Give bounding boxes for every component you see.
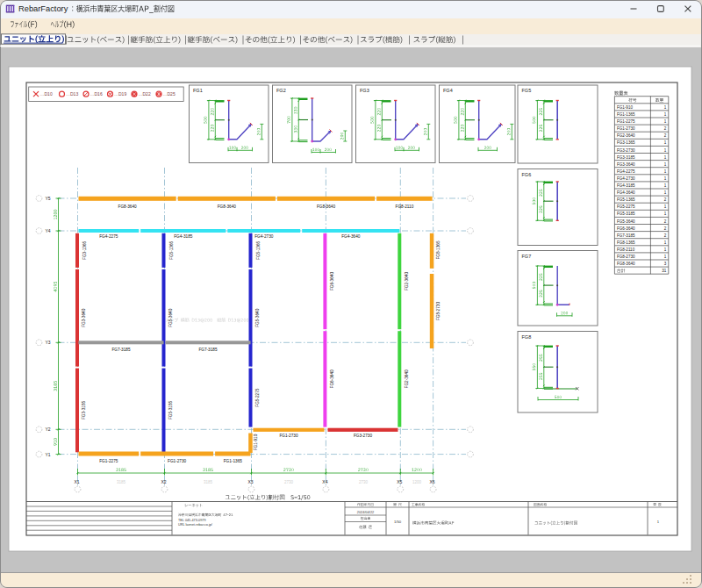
svg-text:1: 1	[664, 119, 667, 124]
svg-text:2: 2	[664, 126, 667, 131]
svg-text:FG4-2730: FG4-2730	[617, 176, 635, 181]
svg-text:3185: 3185	[204, 480, 213, 484]
svg-text:X5: X5	[397, 479, 402, 484]
svg-text:2024/04/22: 2024/04/22	[357, 510, 374, 514]
svg-text:2: 2	[664, 219, 667, 224]
svg-text:FG5-3640: FG5-3640	[168, 308, 173, 326]
svg-text:FG4: FG4	[443, 88, 453, 93]
svg-text:1: 1	[664, 240, 667, 245]
svg-text:FG2: FG2	[276, 88, 286, 93]
svg-text:…D22: …D22	[139, 91, 151, 97]
svg-text:FG3-1365: FG3-1365	[617, 140, 635, 145]
svg-text:FG8-2110: FG8-2110	[396, 204, 414, 209]
svg-text:FG5-1365: FG5-1365	[169, 240, 174, 259]
svg-text:FG3-3185: FG3-3185	[82, 401, 86, 419]
svg-text:FG5-3185: FG5-3185	[617, 212, 635, 216]
svg-text:…D16: …D16	[90, 91, 103, 97]
svg-text:FG8-1365: FG8-1365	[436, 240, 441, 259]
svg-text:RebarFactory: RebarFactory	[18, 4, 68, 13]
svg-text:…D13: …D13	[66, 91, 78, 97]
svg-text:FG4-2275: FG4-2275	[99, 234, 118, 239]
svg-text:3185: 3185	[117, 480, 126, 484]
svg-text:2: 2	[664, 233, 667, 238]
svg-text:FG5-3185: FG5-3185	[168, 401, 173, 419]
svg-text:FG8-3640: FG8-3640	[617, 262, 635, 266]
svg-text:FG8-2730: FG8-2730	[436, 302, 441, 320]
svg-text:FG3-3185: FG3-3185	[617, 155, 635, 160]
svg-text:1: 1	[664, 204, 667, 209]
svg-text:1/50: 1/50	[394, 520, 402, 524]
svg-text:FG5: FG5	[522, 88, 532, 93]
svg-text:FG8-1365: FG8-1365	[617, 240, 635, 245]
svg-text:FG1: FG1	[193, 88, 203, 93]
svg-text:FG1-2730: FG1-2730	[617, 126, 635, 131]
svg-text:31: 31	[662, 269, 667, 273]
svg-text:FG6-3640: FG6-3640	[330, 369, 334, 388]
svg-text:1: 1	[664, 169, 667, 174]
svg-text:FG1-2730: FG1-2730	[279, 434, 297, 438]
svg-text:FG3: FG3	[360, 88, 369, 93]
svg-text:X2: X2	[161, 479, 166, 484]
svg-text:1: 1	[664, 183, 667, 188]
svg-text:2730: 2730	[284, 480, 294, 484]
svg-text:FG8-3640: FG8-3640	[118, 204, 137, 209]
svg-text:X3: X3	[247, 479, 253, 484]
svg-text:…D25: …D25	[163, 91, 176, 97]
svg-text:FG8-3640: FG8-3640	[317, 204, 335, 209]
svg-text:2: 2	[664, 226, 667, 231]
svg-text:FG2-3640: FG2-3640	[405, 272, 409, 290]
svg-text:FG2-3640: FG2-3640	[617, 133, 635, 138]
svg-text:TEL 045-473-0979: TEL 045-473-0979	[178, 519, 206, 522]
svg-text:FG8-2730: FG8-2730	[617, 255, 635, 259]
svg-text:FG4-2730: FG4-2730	[254, 234, 273, 239]
svg-text:FG5-2275: FG5-2275	[256, 388, 261, 406]
svg-text:FG4-3185: FG4-3185	[617, 183, 635, 188]
svg-text:FG3-1365: FG3-1365	[82, 240, 87, 259]
svg-text:X6: X6	[430, 479, 435, 484]
svg-text:FG5-1365: FG5-1365	[617, 197, 635, 202]
svg-text:FG4-3640: FG4-3640	[341, 234, 360, 239]
svg-text:FG1-1365: FG1-1365	[617, 112, 635, 117]
svg-text:2730: 2730	[359, 480, 369, 484]
svg-text:FG4-2275: FG4-2275	[617, 169, 635, 174]
svg-text:FG1-910: FG1-910	[254, 434, 258, 450]
svg-text:1: 1	[664, 212, 667, 216]
svg-text:FG5-3640: FG5-3640	[617, 219, 635, 224]
svg-text:FG8-2110: FG8-2110	[617, 247, 635, 252]
svg-text:1: 1	[664, 112, 667, 117]
svg-text:1: 1	[664, 176, 667, 181]
svg-text:FG3-3640: FG3-3640	[617, 162, 635, 167]
svg-text:1: 1	[664, 155, 667, 160]
svg-text:FG1-2275: FG1-2275	[99, 459, 118, 463]
svg-text:FG1-2275: FG1-2275	[617, 119, 635, 124]
svg-text:1: 1	[664, 247, 667, 252]
svg-text:FG4-3640: FG4-3640	[617, 190, 635, 195]
svg-text:FG5-2275: FG5-2275	[617, 204, 635, 209]
svg-text:FG8: FG8	[522, 334, 532, 340]
svg-text:Y2: Y2	[46, 427, 51, 432]
svg-text:URL laenet-rebar.co.jp/: URL laenet-rebar.co.jp/	[178, 523, 213, 527]
svg-text:FG3-2730: FG3-2730	[354, 434, 372, 438]
svg-text:FG6-3640: FG6-3640	[617, 226, 635, 231]
svg-text:FG6-3640: FG6-3640	[330, 272, 334, 290]
svg-text:FG1-1365: FG1-1365	[224, 459, 242, 463]
svg-text:1: 1	[664, 140, 667, 145]
svg-text:FG7-3185: FG7-3185	[617, 233, 635, 238]
svg-text:FG3-2730: FG3-2730	[617, 148, 635, 153]
svg-text:1: 1	[664, 190, 667, 195]
svg-text:1: 1	[664, 162, 667, 167]
svg-text:FG7: FG7	[522, 254, 532, 259]
svg-text:FG8-3640: FG8-3640	[218, 204, 236, 209]
svg-text:FG2-3640: FG2-3640	[405, 369, 409, 388]
svg-text:2: 2	[664, 133, 667, 138]
svg-text:…D19: …D19	[114, 91, 126, 97]
svg-text:FG1-910: FG1-910	[617, 105, 634, 110]
svg-text:1200: 1200	[412, 480, 422, 484]
svg-text:FG6: FG6	[522, 172, 532, 177]
svg-text:X4: X4	[322, 479, 327, 484]
svg-text:Y4: Y4	[46, 228, 51, 233]
svg-text:FG1-2730: FG1-2730	[168, 459, 186, 463]
svg-text:Y5: Y5	[46, 196, 51, 201]
svg-text:FG7-3185: FG7-3185	[198, 348, 217, 352]
svg-text:Y3: Y3	[46, 340, 51, 345]
